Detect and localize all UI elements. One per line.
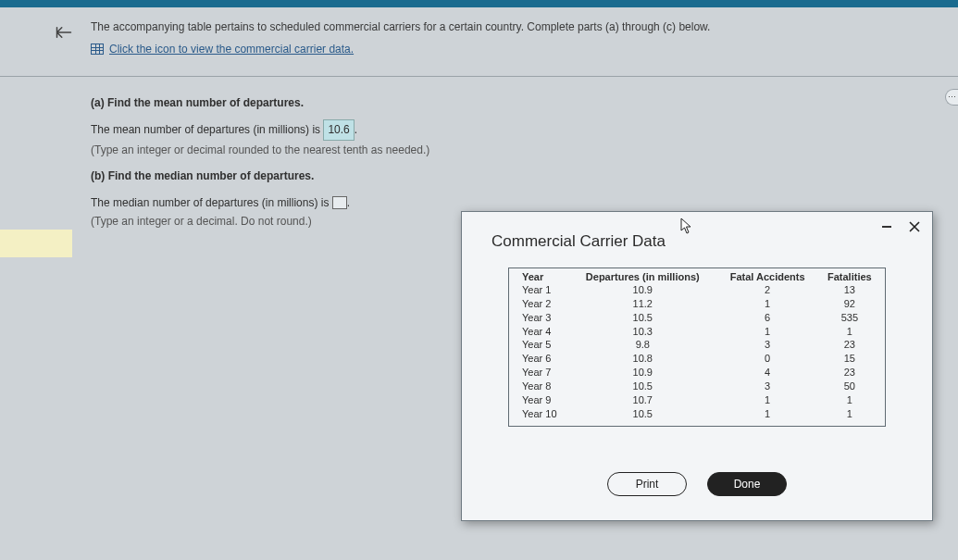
col-fatalities: Fatalities: [818, 270, 881, 283]
close-icon: [909, 221, 920, 232]
part-b-label: (b) Find the median number of departures…: [91, 167, 941, 185]
col-accidents: Fatal Accidents: [717, 270, 818, 283]
cell-year: Year 4: [513, 325, 568, 339]
data-table-container: Year Departures (in millions) Fatal Acci…: [508, 268, 886, 427]
cell-accidents: 1: [717, 297, 818, 311]
cell-fatalities: 1: [818, 325, 881, 339]
part-a-hint: (Type an integer or decimal rounded to t…: [91, 141, 941, 159]
cell-accidents: 0: [717, 352, 818, 366]
margin-highlight: [0, 230, 72, 257]
cell-departures: 10.7: [568, 393, 717, 407]
data-link-row: Click the icon to view the commercial ca…: [91, 43, 941, 56]
cell-departures: 10.5: [568, 407, 717, 421]
print-button[interactable]: Print: [607, 472, 687, 496]
table-row: Year 1010.511: [513, 407, 881, 421]
cell-year: Year 1: [513, 283, 568, 297]
cell-year: Year 10: [513, 407, 568, 421]
data-modal: Commercial Carrier Data Year Departures …: [461, 211, 933, 521]
cell-departures: 10.9: [568, 283, 717, 297]
view-data-link[interactable]: Click the icon to view the commercial ca…: [109, 43, 354, 56]
table-row: Year 59.8323: [513, 338, 881, 352]
cell-departures: 10.3: [568, 325, 717, 339]
cell-year: Year 7: [513, 366, 568, 380]
intro-text: The accompanying table pertains to sched…: [91, 20, 941, 33]
modal-title: Commercial Carrier Data: [491, 232, 666, 251]
cell-accidents: 1: [717, 407, 818, 421]
cell-year: Year 9: [513, 393, 568, 407]
cell-accidents: 6: [717, 311, 818, 325]
data-table: Year Departures (in millions) Fatal Acci…: [513, 270, 881, 420]
cell-fatalities: 92: [818, 297, 881, 311]
cell-departures: 11.2: [568, 297, 717, 311]
table-body: Year 110.9213Year 211.2192Year 310.56535…: [513, 283, 881, 420]
table-row: Year 610.8015: [513, 352, 881, 366]
cell-fatalities: 1: [818, 393, 881, 407]
table-row: Year 810.5350: [513, 380, 881, 393]
cell-fatalities: 15: [818, 352, 881, 366]
modal-actions: Print Done: [462, 472, 932, 496]
cell-departures: 10.5: [568, 311, 717, 325]
cell-departures: 9.8: [568, 338, 717, 352]
cell-fatalities: 535: [818, 311, 881, 325]
table-icon[interactable]: [91, 44, 104, 55]
part-a-suffix: .: [355, 123, 357, 136]
table-row: Year 910.711: [513, 393, 881, 407]
cell-accidents: 1: [717, 393, 818, 407]
cell-departures: 10.9: [568, 366, 717, 380]
cell-year: Year 8: [513, 380, 568, 393]
table-row: Year 410.311: [513, 325, 881, 339]
done-button[interactable]: Done: [707, 472, 787, 496]
modal-controls: [462, 212, 932, 234]
cell-fatalities: 1: [818, 407, 881, 421]
part-a-answer-line: The mean number of departures (in millio…: [91, 119, 941, 140]
cell-fatalities: 23: [818, 338, 881, 352]
part-a-prefix: The mean number of departures (in millio…: [91, 123, 323, 136]
minimize-button[interactable]: [878, 219, 895, 234]
table-header-row: Year Departures (in millions) Fatal Acci…: [513, 270, 881, 283]
part-a-answer-value[interactable]: 10.6: [323, 119, 354, 140]
part-b-answer-line: The median number of departures (in mill…: [91, 193, 941, 212]
overflow-button[interactable]: ⋯: [945, 89, 958, 106]
question-content: The accompanying table pertains to sched…: [91, 20, 941, 56]
col-departures: Departures (in millions): [568, 270, 717, 283]
cell-fatalities: 13: [818, 283, 881, 297]
part-b-prefix: The median number of departures (in mill…: [91, 196, 332, 209]
cell-year: Year 5: [513, 338, 568, 352]
back-button[interactable]: [54, 24, 74, 41]
section-divider: [0, 76, 958, 77]
table-row: Year 211.2192: [513, 297, 881, 311]
cell-accidents: 1: [717, 325, 818, 339]
table-row: Year 310.56535: [513, 311, 881, 325]
cell-departures: 10.5: [568, 380, 717, 393]
cell-fatalities: 50: [818, 380, 881, 393]
cell-year: Year 3: [513, 311, 568, 325]
cell-year: Year 2: [513, 297, 568, 311]
cell-accidents: 2: [717, 283, 818, 297]
cell-accidents: 3: [717, 338, 818, 352]
minimize-icon: [882, 226, 891, 228]
part-a-label: (a) Find the mean number of departures.: [91, 93, 941, 112]
col-year: Year: [513, 270, 568, 283]
cell-fatalities: 23: [818, 366, 881, 380]
cell-departures: 10.8: [568, 352, 717, 366]
cell-accidents: 4: [717, 366, 818, 380]
table-row: Year 710.9423: [513, 366, 881, 380]
table-row: Year 110.9213: [513, 283, 881, 297]
app-titlebar: [0, 0, 958, 7]
cell-year: Year 6: [513, 352, 568, 366]
part-b-answer-input[interactable]: [332, 196, 347, 209]
close-button[interactable]: [906, 219, 923, 234]
cell-accidents: 3: [717, 380, 818, 393]
